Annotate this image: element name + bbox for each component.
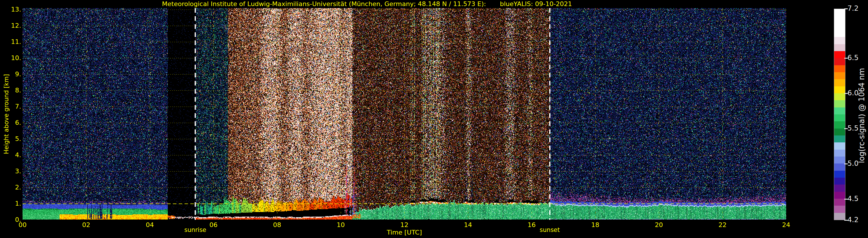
colorbar-block xyxy=(834,100,845,107)
colorbar-tick-label: 6.5 xyxy=(847,54,859,62)
y-tick-label: 0. xyxy=(0,216,21,223)
colorbar-block xyxy=(834,23,845,30)
colorbar-block xyxy=(834,206,845,212)
colorbar-block xyxy=(834,72,845,79)
colorbar-block xyxy=(834,44,845,51)
y-tick-label: 1. xyxy=(0,200,21,207)
x-tick-label: 06 xyxy=(209,221,218,229)
x-tick-label: 08 xyxy=(273,221,281,229)
colorbar-block xyxy=(834,93,845,100)
colorbar-label: log(rc-signal) @ 1064 nm xyxy=(857,68,866,163)
lidar-quicklook: Meteorological Institute of Ludwig-Maxim… xyxy=(0,0,868,238)
colorbar-block xyxy=(834,16,845,23)
x-tick-label: 14 xyxy=(464,221,472,229)
colorbar-block xyxy=(834,87,845,93)
x-tick-label: 18 xyxy=(591,221,599,229)
y-tick-label: 6. xyxy=(0,119,21,126)
y-tick-label: 11. xyxy=(0,38,21,45)
y-tick-label: 8. xyxy=(0,87,21,94)
x-tick-label: 02 xyxy=(82,221,90,229)
colorbar-block xyxy=(834,65,845,72)
colorbar-tick-label: 6.0 xyxy=(847,89,859,97)
colorbar-block xyxy=(834,107,845,114)
sunrise-label: sunrise xyxy=(184,227,206,233)
colorbar-block xyxy=(834,79,845,86)
colorbar-block xyxy=(834,164,845,170)
x-tick-label: 22 xyxy=(718,221,726,229)
y-tick-label: 9. xyxy=(0,70,21,78)
x-tick-label: 16 xyxy=(528,221,536,229)
x-tick-label: 12 xyxy=(400,221,408,229)
title-institute: Meteorological Institute of Ludwig-Maxim… xyxy=(162,0,486,7)
sunset-label: sunset xyxy=(540,227,560,233)
colorbar-block xyxy=(834,129,845,135)
y-tick-label: 5. xyxy=(0,135,21,142)
y-tick-label: 10. xyxy=(0,54,21,62)
colorbar-tick-label: 5.5 xyxy=(847,124,859,132)
colorbar-tick-label: 4.5 xyxy=(847,195,859,203)
colorbar-block xyxy=(834,199,845,206)
colorbar-tick-label: 7.2 xyxy=(847,4,859,12)
colorbar-block xyxy=(834,9,845,16)
colorbar-block xyxy=(834,192,845,199)
y-tick-label: 7. xyxy=(0,103,21,110)
lidar-heatmap-canvas xyxy=(23,8,786,220)
colorbar-block xyxy=(834,121,845,128)
colorbar-block xyxy=(834,171,845,178)
y-tick-label: 13. xyxy=(0,6,21,13)
colorbar-block xyxy=(834,184,845,192)
colorbar-block xyxy=(834,30,845,37)
title-instrument-date: blueYALIS: 09-10-2021 xyxy=(500,0,572,7)
colorbar-tick-label: 4.2 xyxy=(847,216,859,224)
colorbar-block xyxy=(834,114,845,121)
x-axis-label: Time [UTC] xyxy=(387,229,422,236)
y-tick-label: 12. xyxy=(0,22,21,29)
colorbar-block xyxy=(834,142,845,149)
colorbar-block xyxy=(834,37,845,44)
x-tick-label: 20 xyxy=(655,221,663,229)
colorbar-block xyxy=(834,135,845,142)
x-tick-label: 10 xyxy=(337,221,345,229)
x-tick-label: 24 xyxy=(782,221,790,229)
colorbar-block xyxy=(834,157,845,164)
colorbar-block xyxy=(834,178,845,184)
colorbar-tick-label: 5.0 xyxy=(847,160,859,168)
colorbar-block xyxy=(834,149,845,157)
colorbar-block xyxy=(834,213,845,220)
y-tick-label: 4. xyxy=(0,151,21,159)
y-tick-label: 2. xyxy=(0,184,21,191)
y-tick-label: 3. xyxy=(0,168,21,175)
page-title: Meteorological Institute of Ludwig-Maxim… xyxy=(162,0,572,7)
colorbar-block xyxy=(834,51,845,58)
colorbar xyxy=(834,9,845,220)
colorbar-block xyxy=(834,58,845,65)
x-tick-label: 04 xyxy=(146,221,154,229)
x-tick-label: 00 xyxy=(19,221,27,229)
